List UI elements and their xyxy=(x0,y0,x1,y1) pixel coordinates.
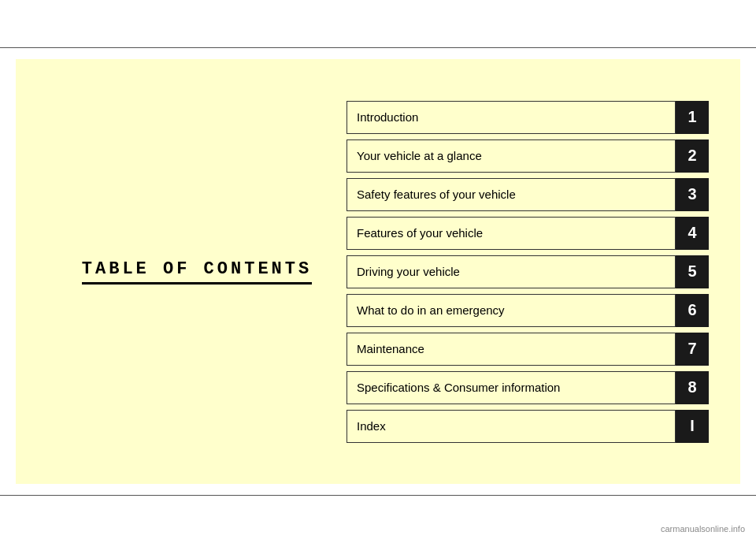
toc-label: Your vehicle at a glance xyxy=(346,139,676,173)
toc-number: 7 xyxy=(676,333,709,366)
toc-number: 3 xyxy=(676,178,709,211)
toc-label: Driving your vehicle xyxy=(346,255,676,288)
toc-row[interactable]: Specifications & Consumer information8 xyxy=(346,371,709,404)
toc-number: 1 xyxy=(676,101,709,134)
left-section: TABLE OF CONTENTS xyxy=(47,259,346,285)
toc-row[interactable]: Maintenance7 xyxy=(346,333,709,366)
toc-row[interactable]: Driving your vehicle5 xyxy=(346,255,709,288)
top-divider xyxy=(0,47,756,48)
watermark: carmanualsonline.info xyxy=(661,524,745,534)
toc-row[interactable]: Your vehicle at a glance2 xyxy=(346,139,709,173)
toc-label: Introduction xyxy=(346,101,676,134)
toc-label: Safety features of your vehicle xyxy=(346,178,676,211)
toc-row[interactable]: Features of your vehicle4 xyxy=(346,217,709,250)
toc-label: Specifications & Consumer information xyxy=(346,371,676,404)
toc-number: 4 xyxy=(676,217,709,250)
main-card: TABLE OF CONTENTS Introduction1Your vehi… xyxy=(16,59,740,484)
toc-title: TABLE OF CONTENTS xyxy=(82,259,312,285)
toc-number: 6 xyxy=(676,294,709,327)
toc-row[interactable]: What to do in an emergency6 xyxy=(346,294,709,327)
toc-label: Maintenance xyxy=(346,333,676,366)
toc-label: Features of your vehicle xyxy=(346,217,676,250)
toc-list: Introduction1Your vehicle at a glance2Sa… xyxy=(346,101,709,443)
toc-label: What to do in an emergency xyxy=(346,294,676,327)
toc-row[interactable]: Introduction1 xyxy=(346,101,709,134)
bottom-divider xyxy=(0,495,756,496)
toc-label: Index xyxy=(346,410,676,443)
toc-number: I xyxy=(676,410,709,443)
toc-number: 8 xyxy=(676,371,709,404)
toc-number: 5 xyxy=(676,255,709,288)
toc-row[interactable]: IndexI xyxy=(346,410,709,443)
toc-row[interactable]: Safety features of your vehicle3 xyxy=(346,178,709,211)
toc-number: 2 xyxy=(676,139,709,173)
